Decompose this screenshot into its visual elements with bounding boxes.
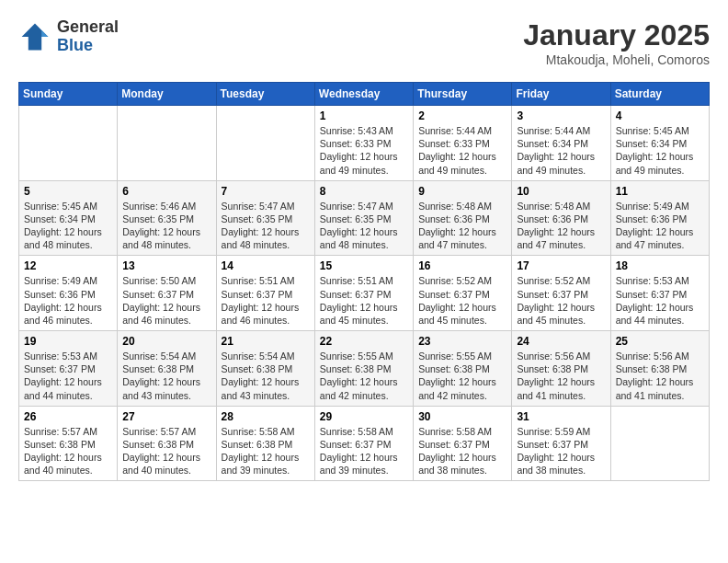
day-info: Sunrise: 5:44 AM Sunset: 6:33 PM Dayligh… xyxy=(418,124,506,177)
day-number: 28 xyxy=(222,410,310,423)
day-cell: 7Sunrise: 5:47 AM Sunset: 6:35 PM Daylig… xyxy=(216,180,314,256)
day-cell xyxy=(216,106,314,181)
day-info: Sunrise: 5:45 AM Sunset: 6:34 PM Dayligh… xyxy=(616,124,704,177)
day-number: 2 xyxy=(418,109,506,122)
day-number: 12 xyxy=(24,259,112,272)
day-cell: 27Sunrise: 5:57 AM Sunset: 6:38 PM Dayli… xyxy=(118,406,216,481)
day-number: 21 xyxy=(222,335,310,348)
day-info: Sunrise: 5:58 AM Sunset: 6:37 PM Dayligh… xyxy=(418,425,506,477)
week-row-4: 19Sunrise: 5:53 AM Sunset: 6:37 PM Dayli… xyxy=(19,331,710,407)
day-cell xyxy=(19,106,118,181)
day-info: Sunrise: 5:46 AM Sunset: 6:35 PM Dayligh… xyxy=(122,200,210,252)
logo-general: General xyxy=(57,18,119,37)
day-info: Sunrise: 5:56 AM Sunset: 6:38 PM Dayligh… xyxy=(517,350,605,402)
day-info: Sunrise: 5:51 AM Sunset: 6:37 PM Dayligh… xyxy=(222,274,310,327)
day-number: 30 xyxy=(418,410,506,423)
day-info: Sunrise: 5:53 AM Sunset: 6:37 PM Dayligh… xyxy=(24,350,112,402)
day-cell: 1Sunrise: 5:43 AM Sunset: 6:33 PM Daylig… xyxy=(314,106,413,181)
day-number: 23 xyxy=(418,335,506,348)
day-cell: 19Sunrise: 5:53 AM Sunset: 6:37 PM Dayli… xyxy=(19,331,118,407)
day-cell xyxy=(610,406,709,481)
day-info: Sunrise: 5:57 AM Sunset: 6:38 PM Dayligh… xyxy=(24,425,112,477)
day-number: 5 xyxy=(24,185,112,198)
day-cell: 21Sunrise: 5:54 AM Sunset: 6:38 PM Dayli… xyxy=(216,331,314,407)
day-info: Sunrise: 5:59 AM Sunset: 6:37 PM Dayligh… xyxy=(517,425,605,477)
day-info: Sunrise: 5:55 AM Sunset: 6:38 PM Dayligh… xyxy=(320,350,408,402)
day-cell: 28Sunrise: 5:58 AM Sunset: 6:38 PM Dayli… xyxy=(216,406,314,481)
day-number: 15 xyxy=(320,259,408,272)
day-header-wednesday: Wednesday xyxy=(314,83,413,106)
day-number: 31 xyxy=(517,410,605,423)
week-row-1: 1Sunrise: 5:43 AM Sunset: 6:33 PM Daylig… xyxy=(19,106,710,181)
day-info: Sunrise: 5:47 AM Sunset: 6:35 PM Dayligh… xyxy=(222,200,310,252)
header-row: SundayMondayTuesdayWednesdayThursdayFrid… xyxy=(19,83,710,106)
day-cell: 20Sunrise: 5:54 AM Sunset: 6:38 PM Dayli… xyxy=(118,331,216,407)
calendar-table: SundayMondayTuesdayWednesdayThursdayFrid… xyxy=(18,82,710,481)
day-number: 20 xyxy=(122,335,210,348)
day-info: Sunrise: 5:57 AM Sunset: 6:38 PM Dayligh… xyxy=(122,425,210,477)
day-cell: 31Sunrise: 5:59 AM Sunset: 6:37 PM Dayli… xyxy=(512,406,610,481)
day-info: Sunrise: 5:49 AM Sunset: 6:36 PM Dayligh… xyxy=(24,274,112,327)
day-cell: 6Sunrise: 5:46 AM Sunset: 6:35 PM Daylig… xyxy=(118,180,216,256)
calendar-subtitle: Mtakoudja, Moheli, Comoros xyxy=(523,52,710,67)
day-number: 29 xyxy=(320,410,408,423)
day-cell: 8Sunrise: 5:47 AM Sunset: 6:35 PM Daylig… xyxy=(314,180,413,256)
day-cell xyxy=(118,106,216,181)
logo-icon xyxy=(18,20,51,53)
day-info: Sunrise: 5:58 AM Sunset: 6:38 PM Dayligh… xyxy=(222,425,310,477)
day-cell: 16Sunrise: 5:52 AM Sunset: 6:37 PM Dayli… xyxy=(414,256,512,331)
day-info: Sunrise: 5:58 AM Sunset: 6:37 PM Dayligh… xyxy=(320,425,408,477)
day-header-friday: Friday xyxy=(512,83,610,106)
day-info: Sunrise: 5:52 AM Sunset: 6:37 PM Dayligh… xyxy=(418,274,506,327)
day-cell: 4Sunrise: 5:45 AM Sunset: 6:34 PM Daylig… xyxy=(610,106,709,181)
day-number: 7 xyxy=(222,185,310,198)
day-cell: 22Sunrise: 5:55 AM Sunset: 6:38 PM Dayli… xyxy=(314,331,413,407)
day-header-thursday: Thursday xyxy=(414,83,512,106)
day-number: 11 xyxy=(616,185,704,198)
day-cell: 15Sunrise: 5:51 AM Sunset: 6:37 PM Dayli… xyxy=(314,256,413,331)
day-cell: 10Sunrise: 5:48 AM Sunset: 6:36 PM Dayli… xyxy=(512,180,610,256)
logo: General Blue xyxy=(18,18,119,55)
day-number: 8 xyxy=(320,185,408,198)
day-number: 3 xyxy=(517,109,605,122)
day-cell: 12Sunrise: 5:49 AM Sunset: 6:36 PM Dayli… xyxy=(19,256,118,331)
day-header-sunday: Sunday xyxy=(19,83,118,106)
day-number: 27 xyxy=(122,410,210,423)
day-info: Sunrise: 5:48 AM Sunset: 6:36 PM Dayligh… xyxy=(418,200,506,252)
day-cell: 2Sunrise: 5:44 AM Sunset: 6:33 PM Daylig… xyxy=(414,106,512,181)
day-info: Sunrise: 5:49 AM Sunset: 6:36 PM Dayligh… xyxy=(616,200,704,252)
day-info: Sunrise: 5:48 AM Sunset: 6:36 PM Dayligh… xyxy=(517,200,605,252)
day-info: Sunrise: 5:50 AM Sunset: 6:37 PM Dayligh… xyxy=(122,274,210,327)
day-cell: 14Sunrise: 5:51 AM Sunset: 6:37 PM Dayli… xyxy=(216,256,314,331)
day-cell: 11Sunrise: 5:49 AM Sunset: 6:36 PM Dayli… xyxy=(610,180,709,256)
day-number: 6 xyxy=(122,185,210,198)
day-cell: 13Sunrise: 5:50 AM Sunset: 6:37 PM Dayli… xyxy=(118,256,216,331)
week-row-5: 26Sunrise: 5:57 AM Sunset: 6:38 PM Dayli… xyxy=(19,406,710,481)
day-number: 13 xyxy=(122,259,210,272)
day-header-tuesday: Tuesday xyxy=(216,83,314,106)
day-cell: 18Sunrise: 5:53 AM Sunset: 6:37 PM Dayli… xyxy=(610,256,709,331)
day-number: 22 xyxy=(320,335,408,348)
week-row-3: 12Sunrise: 5:49 AM Sunset: 6:36 PM Dayli… xyxy=(19,256,710,331)
day-header-saturday: Saturday xyxy=(610,83,709,106)
day-cell: 25Sunrise: 5:56 AM Sunset: 6:38 PM Dayli… xyxy=(610,331,709,407)
day-number: 18 xyxy=(616,259,704,272)
week-row-2: 5Sunrise: 5:45 AM Sunset: 6:34 PM Daylig… xyxy=(19,180,710,256)
day-cell: 23Sunrise: 5:55 AM Sunset: 6:38 PM Dayli… xyxy=(414,331,512,407)
logo-blue: Blue xyxy=(57,37,119,55)
day-info: Sunrise: 5:56 AM Sunset: 6:38 PM Dayligh… xyxy=(616,350,704,402)
page-header: General Blue January 2025 Mtakoudja, Moh… xyxy=(18,18,710,67)
day-info: Sunrise: 5:45 AM Sunset: 6:34 PM Dayligh… xyxy=(24,200,112,252)
day-number: 4 xyxy=(616,109,704,122)
day-cell: 9Sunrise: 5:48 AM Sunset: 6:36 PM Daylig… xyxy=(414,180,512,256)
day-cell: 3Sunrise: 5:44 AM Sunset: 6:34 PM Daylig… xyxy=(512,106,610,181)
day-info: Sunrise: 5:43 AM Sunset: 6:33 PM Dayligh… xyxy=(320,124,408,177)
logo-text: General Blue xyxy=(57,18,119,55)
day-number: 14 xyxy=(222,259,310,272)
day-cell: 5Sunrise: 5:45 AM Sunset: 6:34 PM Daylig… xyxy=(19,180,118,256)
day-cell: 17Sunrise: 5:52 AM Sunset: 6:37 PM Dayli… xyxy=(512,256,610,331)
day-number: 19 xyxy=(24,335,112,348)
calendar-title: January 2025 xyxy=(523,18,710,52)
day-number: 26 xyxy=(24,410,112,423)
day-number: 17 xyxy=(517,259,605,272)
